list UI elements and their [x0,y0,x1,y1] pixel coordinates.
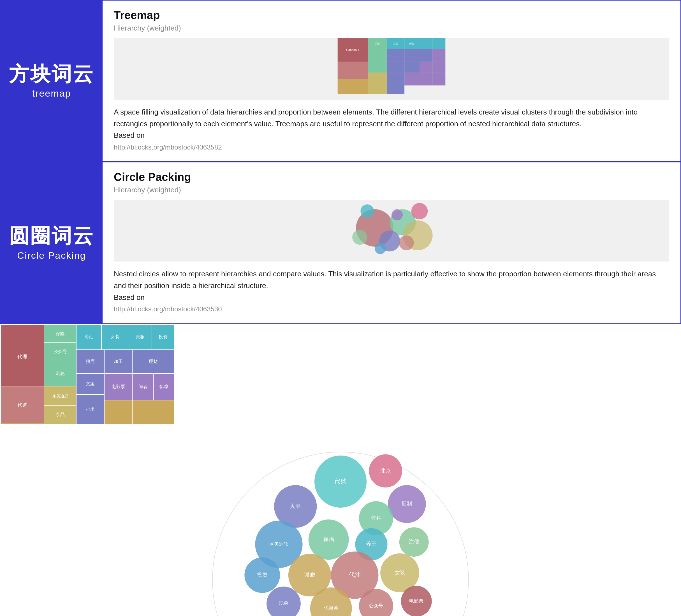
svg-point-36 [352,230,367,245]
circlepacking-card-label: 圆圈词云 Circle Packing [1,162,103,323]
svg-text:女装: 女装 [395,569,405,575]
svg-text:投资: 投资 [257,572,268,578]
circlepacking-description: Nested circles allow to represent hierar… [114,268,669,315]
svg-rect-8 [404,49,420,61]
svg-text:美妆: 美妆 [136,334,145,339]
svg-point-33 [392,209,403,221]
treemap-card: 方块词云 treemap Treemap Hierarchy (weighted… [0,0,681,162]
svg-text:区美迪软: 区美迪软 [269,541,288,546]
svg-rect-17 [338,79,368,94]
svg-text:代注: 代注 [348,571,361,578]
svg-text:注佛: 注佛 [409,538,419,544]
treemap-label-zh: 方块词云 [9,63,94,85]
treemap-card-title: Treemap [114,9,669,22]
circlepacking-thumbnail [114,200,669,262]
svg-text:间者: 间者 [138,384,147,389]
svg-rect-6 [368,49,387,61]
svg-rect-5 [432,38,445,49]
svg-text:保坞: 保坞 [323,536,334,542]
svg-text:公众号: 公众号 [369,603,383,608]
treemap-card-subtitle: Hierarchy (weighted) [114,24,669,32]
svg-text:美妆: 美妆 [409,42,414,45]
svg-text:硬制: 硬制 [402,501,412,507]
svg-text:竹科: 竹科 [371,515,381,521]
svg-rect-76 [104,400,132,424]
svg-rect-15 [420,62,432,73]
svg-rect-13 [387,62,405,73]
svg-rect-18 [368,73,387,94]
svg-rect-14 [404,62,420,73]
svg-text:保险: 保险 [56,331,65,336]
svg-rect-19 [387,73,405,94]
svg-text:火菜: 火菜 [290,503,301,509]
svg-rect-12 [368,62,387,73]
circlepacking-label-en: Circle Packing [17,250,86,261]
svg-point-31 [360,205,374,218]
circlepacking-main-svg: 代购 北京 火菜 硬制 竹科 区美迪软 保坞 养王 注佛 [186,426,495,616]
svg-text:代购: 代购 [17,402,27,408]
svg-text:电影票: 电影票 [409,598,424,604]
svg-text:养王: 养王 [366,541,377,547]
circlepacking-label-zh: 圆圈词云 [9,225,94,247]
circlepacking-link: http://bl.ocks.org/mbostock/4063530 [114,305,222,313]
circlepacking-card: 圆圈词云 Circle Packing Circle Packing Hiera… [0,162,681,324]
svg-text:保险: 保险 [375,42,380,45]
svg-text:现单: 现单 [279,600,288,606]
svg-point-35 [375,243,386,254]
circlepacking-card-title: Circle Packing [114,171,669,183]
treemap-link: http://bl.ocks.org/mbostock/4063582 [114,143,222,151]
svg-text:东美迪思: 东美迪思 [52,394,68,398]
svg-point-34 [399,236,414,250]
svg-text:扭鹿: 扭鹿 [86,359,95,364]
svg-text:理财: 理财 [149,359,158,364]
svg-text:优惠券: 优惠券 [324,605,338,611]
svg-text:代理: 代理 [17,354,27,359]
svg-rect-7 [387,49,405,61]
svg-rect-4 [420,38,432,49]
treemap-card-label: 方块词云 treemap [1,1,103,161]
svg-text:小果: 小果 [86,406,95,411]
treemap-card-content: Treemap Hierarchy (weighted) [103,1,680,161]
svg-rect-10 [432,49,445,61]
svg-rect-11 [338,62,368,79]
svg-point-32 [411,203,428,219]
treemap-thumbnail: Canada 1 保险 女装 美妆 [114,38,669,100]
circlepacking-thumb-svg [114,200,669,256]
svg-text:似摩: 似摩 [159,384,169,389]
svg-text:代购: 代购 [334,477,347,484]
treemap-thumb-svg: Canada 1 保险 女装 美妆 [114,38,669,94]
svg-text:杂品: 杂品 [56,412,65,417]
circlepacking-card-subtitle: Hierarchy (weighted) [114,186,669,194]
svg-rect-20 [404,73,420,85]
treemap-main-svg: 代理 保险 公众号 宏轮 滑汇 女装 美妆 投资 扭鹿 [0,324,175,425]
circlepacking-visualization: 代购 北京 火菜 硬制 竹科 区美迪软 保坞 养王 注佛 [0,426,681,616]
svg-rect-16 [432,62,445,73]
circlepacking-card-content: Circle Packing Hierarchy (weighted) [103,162,680,323]
svg-text:宏轮: 宏轮 [56,371,65,376]
svg-text:女装: 女装 [393,42,398,45]
svg-text:公众号: 公众号 [53,349,67,354]
svg-text:滑汇: 滑汇 [84,334,93,339]
svg-text:女装: 女装 [110,334,119,339]
treemap-description: A space filling visualization of data hi… [114,106,669,153]
svg-text:电影票: 电影票 [111,384,125,389]
svg-text:加工: 加工 [114,359,123,364]
treemap-label-en: treemap [32,88,71,99]
svg-rect-77 [132,400,174,424]
svg-text:文案: 文案 [86,381,95,386]
svg-rect-9 [420,49,432,61]
svg-text:谢赠: 谢赠 [304,572,315,578]
treemap-visualization: 代理 保险 公众号 宏轮 滑汇 女装 美妆 投资 扭鹿 [0,324,157,426]
svg-text:北京: 北京 [380,467,391,473]
svg-rect-22 [432,73,445,85]
svg-rect-78 [1,423,44,424]
svg-text:Canada 1: Canada 1 [346,48,359,52]
svg-text:投资: 投资 [158,334,168,339]
svg-rect-21 [420,73,432,85]
